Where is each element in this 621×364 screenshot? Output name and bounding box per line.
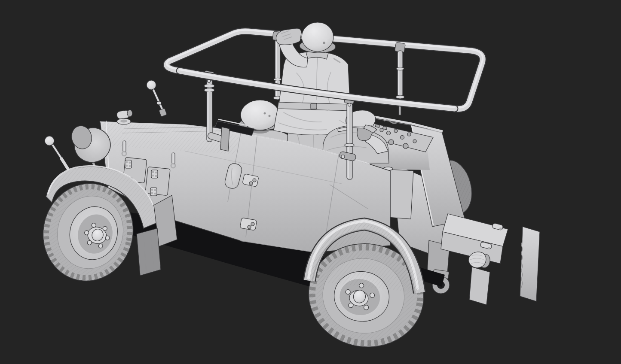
clamp-bolt <box>348 103 351 106</box>
helmet-vent <box>323 42 325 44</box>
radio-dial <box>389 140 394 145</box>
butterfly-latch <box>151 170 158 178</box>
post-collar <box>204 88 214 92</box>
post-flange <box>396 95 404 99</box>
post-collar <box>345 143 354 147</box>
radio-knob <box>413 140 416 143</box>
butterfly-latch <box>125 160 132 168</box>
antenna-ball-tip <box>147 80 156 90</box>
antenna-collar <box>157 101 161 105</box>
post-bracket-plate <box>220 127 229 151</box>
radio-knob <box>387 131 391 135</box>
radio-knob <box>394 129 398 133</box>
clamp-bolt <box>208 80 211 83</box>
radio-knob <box>401 136 404 140</box>
radio-knob <box>407 133 411 136</box>
tail-light <box>468 252 486 268</box>
radio-knob <box>380 128 383 132</box>
radio-dial <box>403 143 408 149</box>
filler-cap <box>117 118 131 124</box>
rear-bumper-assembly <box>427 214 540 305</box>
helmet-vent <box>264 112 266 115</box>
butterfly-latch <box>150 188 157 196</box>
render-viewport <box>0 0 621 364</box>
post-collar <box>204 84 214 88</box>
mud-flap <box>137 228 161 276</box>
helmet-vent <box>269 115 271 117</box>
bracket-bolt <box>341 155 345 158</box>
officer-helmet <box>302 22 333 52</box>
belt-buckle <box>311 103 317 109</box>
post-collar <box>396 67 404 70</box>
radio-switch <box>375 124 379 127</box>
post-collar <box>274 78 281 81</box>
model-render <box>0 0 621 364</box>
antenna-ball-tip <box>45 136 54 146</box>
end-plate <box>520 227 540 301</box>
lower-bumper-plate <box>469 267 490 305</box>
